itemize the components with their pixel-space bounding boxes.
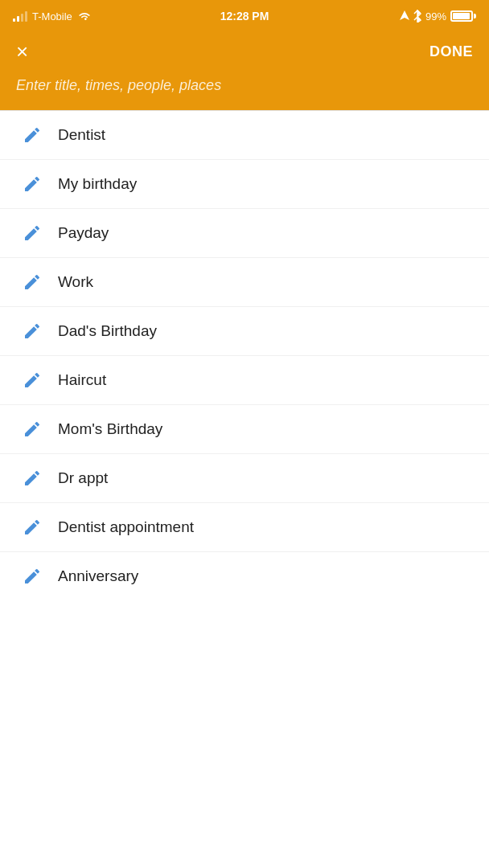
- battery-percent: 99%: [425, 10, 446, 23]
- edit-icon: [16, 125, 48, 145]
- list-item[interactable]: Dentist: [0, 111, 489, 160]
- list-item[interactable]: Dad's Birthday: [0, 307, 489, 356]
- status-right: 99%: [400, 10, 476, 23]
- edit-icon: [16, 272, 48, 292]
- list-item[interactable]: My birthday: [0, 160, 489, 209]
- item-label: My birthday: [58, 175, 137, 193]
- search-input[interactable]: Enter title, times, people, places: [16, 77, 473, 94]
- nav-bar: × DONE: [0, 29, 489, 77]
- edit-icon: [16, 567, 48, 586]
- edit-icon: [16, 420, 48, 439]
- carrier-label: T-Mobile: [32, 10, 72, 23]
- edit-icon: [16, 223, 48, 243]
- list-container: Dentist My birthday Payday Work Dad's Bi…: [0, 111, 489, 600]
- edit-icon: [16, 371, 48, 390]
- edit-icon: [16, 518, 48, 537]
- battery-icon: [450, 10, 476, 22]
- item-label: Dentist appointment: [58, 518, 194, 536]
- status-left: T-Mobile: [13, 10, 92, 23]
- item-label: Payday: [58, 224, 109, 242]
- list-item[interactable]: Payday: [0, 209, 489, 258]
- close-button[interactable]: ×: [16, 41, 28, 62]
- wifi-icon: [77, 10, 92, 22]
- edit-icon: [16, 321, 48, 341]
- status-time: 12:28 PM: [220, 10, 269, 23]
- bluetooth-icon: [413, 10, 421, 23]
- item-label: Mom's Birthday: [58, 420, 162, 438]
- list-item[interactable]: Work: [0, 258, 489, 307]
- list-item[interactable]: Dentist appointment: [0, 503, 489, 552]
- done-button[interactable]: DONE: [429, 43, 473, 60]
- list-item[interactable]: Anniversary: [0, 552, 489, 600]
- item-label: Dentist: [58, 126, 105, 144]
- location-icon: [400, 10, 409, 22]
- list-item[interactable]: Haircut: [0, 356, 489, 405]
- list-item[interactable]: Dr appt: [0, 454, 489, 503]
- list-item[interactable]: Mom's Birthday: [0, 405, 489, 454]
- signal-icon: [13, 10, 27, 22]
- edit-icon: [16, 469, 48, 488]
- item-label: Haircut: [58, 371, 106, 389]
- item-label: Work: [58, 273, 93, 291]
- status-bar: T-Mobile 12:28 PM 99%: [0, 0, 489, 29]
- item-label: Dr appt: [58, 469, 108, 487]
- search-bar: Enter title, times, people, places: [0, 77, 489, 110]
- item-label: Dad's Birthday: [58, 322, 157, 340]
- item-label: Anniversary: [58, 567, 138, 585]
- edit-icon: [16, 174, 48, 194]
